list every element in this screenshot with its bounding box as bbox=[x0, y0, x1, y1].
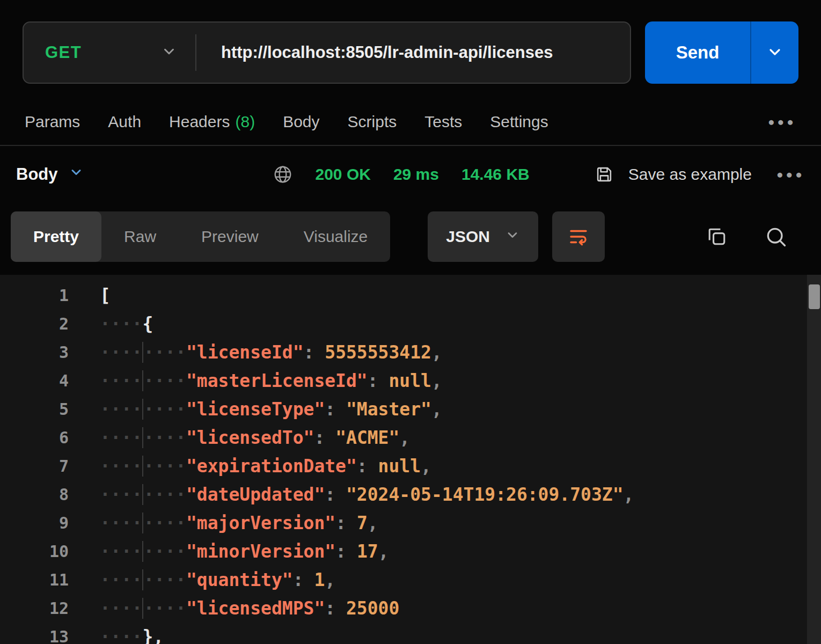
chevron-down-icon bbox=[766, 43, 783, 62]
response-view-bar: PrettyRawPreviewVisualize JSON bbox=[0, 211, 821, 262]
view-tab-raw[interactable]: Raw bbox=[101, 211, 179, 262]
request-tab-list: ParamsAuthHeaders(8)BodyScriptsTestsSett… bbox=[25, 113, 548, 131]
view-tab-pretty[interactable]: Pretty bbox=[11, 211, 101, 262]
line-content: ········"licenseId": 5555553412, bbox=[69, 342, 442, 363]
url-box: GET bbox=[23, 21, 631, 84]
request-tab-headers[interactable]: Headers(8) bbox=[169, 113, 255, 131]
line-number: 11 bbox=[0, 570, 69, 589]
chevron-down-icon bbox=[161, 43, 177, 62]
line-content: ········"dateUpdated": "2024-05-14T19:26… bbox=[69, 484, 634, 505]
response-time: 29 ms bbox=[393, 165, 439, 184]
request-tab-auth[interactable]: Auth bbox=[108, 113, 141, 131]
request-tabs: ParamsAuthHeaders(8)BodyScriptsTestsSett… bbox=[0, 105, 821, 138]
line-number: 3 bbox=[0, 343, 69, 362]
response-body-code: 1[2····{3········"licenseId": 5555553412… bbox=[0, 275, 821, 644]
line-content: ········"licensedTo": "ACME", bbox=[69, 427, 410, 448]
line-content: ····}, bbox=[69, 626, 164, 644]
line-number: 10 bbox=[0, 542, 69, 561]
search-button[interactable] bbox=[764, 225, 788, 248]
line-number: 1 bbox=[0, 286, 69, 305]
request-bar: GET Send bbox=[23, 21, 798, 84]
code-line: 9········"majorVersion": 7, bbox=[0, 509, 821, 537]
status-code: 200 OK bbox=[316, 165, 371, 184]
code-line: 5········"licenseType": "Master", bbox=[0, 395, 821, 423]
code-line: 11········"quantity": 1, bbox=[0, 566, 821, 594]
response-actions: Save as example ●●● bbox=[594, 164, 805, 185]
request-tab-params[interactable]: Params bbox=[25, 113, 80, 131]
line-number: 6 bbox=[0, 428, 69, 447]
send-button-group: Send bbox=[645, 21, 798, 84]
copy-button[interactable] bbox=[705, 225, 729, 248]
response-body-dropdown[interactable]: Body bbox=[16, 165, 84, 184]
line-number: 4 bbox=[0, 371, 69, 390]
view-tab-visualize[interactable]: Visualize bbox=[281, 211, 391, 262]
line-content: ········"licensedMPS": 25000 bbox=[69, 598, 399, 619]
code-line: 10········"minorVersion": 17, bbox=[0, 537, 821, 566]
line-content: [ bbox=[69, 285, 111, 306]
code-line: 2····{ bbox=[0, 310, 821, 338]
scrollbar-thumb[interactable] bbox=[809, 284, 820, 309]
send-button[interactable]: Send bbox=[645, 21, 750, 84]
view-tab-preview[interactable]: Preview bbox=[179, 211, 281, 262]
line-content: ········"masterLicenseId": null, bbox=[69, 370, 442, 391]
code-line: 7········"expirationDate": null, bbox=[0, 452, 821, 480]
request-tab-scripts[interactable]: Scripts bbox=[348, 113, 397, 131]
request-tab-label: Body bbox=[283, 113, 319, 131]
line-number: 7 bbox=[0, 457, 69, 475]
send-options-button[interactable] bbox=[750, 21, 798, 84]
line-content: ········"expirationDate": null, bbox=[69, 456, 431, 477]
request-tab-label: Params bbox=[25, 113, 80, 131]
more-options-icon[interactable]: ●●● bbox=[768, 115, 796, 128]
code-lines: 1[2····{3········"licenseId": 5555553412… bbox=[0, 281, 821, 644]
line-content: ········"licenseType": "Master", bbox=[69, 399, 442, 420]
line-number: 2 bbox=[0, 314, 69, 333]
code-line: 3········"licenseId": 5555553412, bbox=[0, 338, 821, 367]
line-number: 5 bbox=[0, 400, 69, 419]
request-tab-label: Headers bbox=[169, 113, 230, 131]
request-tab-label: Tests bbox=[424, 113, 462, 131]
method-selector[interactable]: GET bbox=[24, 23, 195, 83]
chevron-down-icon bbox=[505, 228, 520, 246]
format-dropdown[interactable]: JSON bbox=[428, 211, 538, 262]
code-line: 6········"licensedTo": "ACME", bbox=[0, 423, 821, 452]
wrap-text-toggle[interactable] bbox=[552, 211, 605, 262]
line-number: 9 bbox=[0, 514, 69, 532]
headers-count-badge: (8) bbox=[235, 113, 255, 131]
code-line: 8········"dateUpdated": "2024-05-14T19:2… bbox=[0, 480, 821, 509]
line-number: 13 bbox=[0, 627, 69, 644]
save-as-example-button[interactable]: Save as example bbox=[628, 165, 752, 184]
response-view-tabs: PrettyRawPreviewVisualize bbox=[11, 211, 390, 262]
response-status-group: 200 OK 29 ms 14.46 KB bbox=[273, 164, 530, 185]
request-tab-settings[interactable]: Settings bbox=[490, 113, 548, 131]
wrap-text-icon bbox=[567, 225, 590, 248]
request-tab-label: Settings bbox=[490, 113, 548, 131]
method-label: GET bbox=[45, 43, 82, 62]
code-line: 1[ bbox=[0, 281, 821, 310]
request-tab-tests[interactable]: Tests bbox=[424, 113, 462, 131]
response-size: 14.46 KB bbox=[461, 165, 530, 184]
line-content: ········"quantity": 1, bbox=[69, 569, 335, 590]
line-content: ····{ bbox=[69, 313, 153, 334]
code-line: 4········"masterLicenseId": null, bbox=[0, 367, 821, 395]
response-meta-bar: Body 200 OK 29 ms 14.46 KB Save as examp… bbox=[0, 146, 821, 203]
line-number: 12 bbox=[0, 599, 69, 618]
api-client-response-panel: GET Send ParamsAuthHeaders(8)BodyScripts… bbox=[0, 21, 821, 644]
request-tab-body[interactable]: Body bbox=[283, 113, 319, 131]
format-label: JSON bbox=[446, 228, 490, 246]
response-more-options-icon[interactable]: ●●● bbox=[776, 168, 805, 181]
request-tab-label: Scripts bbox=[348, 113, 397, 131]
save-icon bbox=[594, 164, 614, 185]
code-line: 13····}, bbox=[0, 623, 821, 644]
request-tab-label: Auth bbox=[108, 113, 141, 131]
network-globe-icon bbox=[273, 164, 293, 185]
line-number: 8 bbox=[0, 485, 69, 504]
url-input[interactable] bbox=[196, 43, 630, 62]
line-content: ········"minorVersion": 17, bbox=[69, 541, 389, 562]
line-content: ········"majorVersion": 7, bbox=[69, 513, 378, 533]
chevron-down-icon bbox=[69, 165, 84, 184]
vertical-scrollbar[interactable] bbox=[807, 275, 821, 644]
code-line: 12········"licensedMPS": 25000 bbox=[0, 594, 821, 623]
response-section-label: Body bbox=[16, 165, 58, 184]
